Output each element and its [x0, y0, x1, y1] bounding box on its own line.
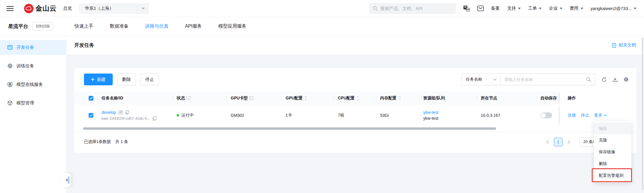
check-icon	[90, 97, 93, 99]
app-root: 金山云 总览 华东1（上海） EN 备案 支持 工单 企业 费用 yangkai	[0, 0, 644, 193]
stop-button[interactable]: 停止	[140, 74, 159, 85]
main-content: 开发任务 相关文档 新建 删除 停止 任务名称	[66, 36, 644, 193]
chevron-down-icon	[493, 79, 497, 81]
col-header-name: 任务名称/ID	[102, 91, 123, 105]
resource-queue: ykw-test	[423, 116, 438, 121]
menu-item-configure-alarm-rules[interactable]: 配置告警规则	[594, 169, 631, 181]
chevron-up-icon	[604, 114, 607, 117]
filter-icon[interactable]	[187, 96, 190, 100]
logo-text: 金山云	[36, 4, 57, 13]
table-row: develop kaic-2443f23f-cd07-42dc-9... 运行中…	[74, 105, 636, 126]
col-header-status: 状态	[177, 91, 190, 105]
menu-item-clone[interactable]: 克隆	[594, 134, 631, 146]
subnav-tabs: 快速上手 数据准备 训推与仿真 API服务 模型应用服务	[75, 23, 247, 29]
filter-field-select[interactable]: 任务名称	[461, 74, 500, 85]
cell-mem-config: 53Gi	[380, 105, 389, 126]
cell-resource-group: ykw-test ykw-test	[423, 105, 438, 126]
tab-quick-start[interactable]: 快速上手	[75, 23, 93, 29]
delete-button[interactable]: 删除	[117, 74, 136, 85]
tab-model-app-service[interactable]: 模型应用服务	[218, 23, 247, 29]
sidebar-item-model-management[interactable]: 模型管理	[0, 96, 66, 110]
nav-enterprise[interactable]: 企业	[549, 6, 562, 11]
cloud-logo-icon	[24, 4, 33, 13]
language-translate-icon[interactable]: EN	[463, 6, 470, 11]
sort-icon[interactable]	[304, 96, 307, 100]
download-icon[interactable]	[613, 77, 618, 82]
sort-icon[interactable]	[357, 96, 359, 100]
copy-icon[interactable]	[125, 110, 129, 114]
prev-page-button[interactable]	[544, 138, 551, 146]
col-header-gpu-type: GPU卡型	[231, 91, 253, 105]
cell-status: 运行中	[177, 105, 194, 126]
sidebar-item-training-tasks[interactable]: 训练任务	[0, 59, 66, 73]
global-search-input[interactable]	[380, 6, 451, 11]
stop-action[interactable]: 停止	[581, 113, 589, 118]
user-account-menu[interactable]: yangkaiwen2@733...	[591, 6, 636, 11]
tab-api-service[interactable]: API服务	[185, 23, 202, 29]
page-title: 开发任务	[74, 42, 94, 49]
task-name-link[interactable]: develop	[102, 110, 116, 115]
autosave-toggle[interactable]	[540, 112, 552, 118]
copy-icon[interactable]	[153, 117, 156, 121]
document-icon	[612, 43, 616, 48]
nav-workorder[interactable]: 工单	[528, 6, 542, 11]
sidebar-item-dev-tasks[interactable]: 开发任务	[0, 40, 66, 55]
hamburger-menu-icon[interactable]	[6, 6, 14, 11]
caret-down-icon	[560, 8, 562, 9]
sidebar-item-label: 模型在线服务	[16, 82, 43, 87]
status-text: 运行中	[181, 113, 194, 118]
task-name-search	[500, 74, 595, 85]
sidebar-collapse-handle[interactable]	[61, 173, 71, 187]
message-icon[interactable]	[477, 6, 484, 11]
col-header-gpu-config: GPU配置	[286, 91, 307, 105]
horizontal-scrollbar[interactable]	[83, 127, 496, 130]
task-name-search-input[interactable]	[504, 77, 586, 82]
selected-count-text: 已选择1条数据	[84, 139, 111, 144]
edit-icon[interactable]	[119, 110, 123, 114]
sidebar-item-label: 开发任务	[16, 45, 34, 50]
training-task-icon	[7, 63, 13, 69]
model-cube-icon	[7, 100, 13, 106]
caret-down-icon	[581, 8, 583, 9]
create-button[interactable]: 新建	[84, 74, 113, 85]
page-number-1[interactable]: 1	[554, 138, 562, 146]
kingsoft-cloud-logo[interactable]: 金山云	[24, 4, 57, 13]
tab-train-infer[interactable]: 训推与仿真	[145, 23, 168, 29]
region-label: 华东1（上海）	[85, 6, 114, 11]
total-count-text: 共 1 条	[115, 139, 128, 144]
more-action[interactable]: 更多	[594, 113, 607, 118]
sidebar-item-label: 训练任务	[16, 63, 34, 69]
nav-beian[interactable]: 备案	[491, 6, 500, 11]
nav-billing[interactable]: 费用	[570, 6, 583, 11]
resource-group-link[interactable]: ykw-test	[423, 110, 438, 115]
row-checkbox[interactable]	[89, 113, 93, 118]
header-right-nav: EN 备案 支持 工单 企业 费用 yangkaiwen2@733...	[463, 6, 636, 11]
gear-icon[interactable]	[623, 77, 629, 82]
dev-task-icon	[7, 45, 13, 50]
global-search[interactable]	[369, 3, 456, 14]
next-page-button[interactable]	[565, 138, 572, 146]
online-service-icon	[7, 82, 13, 87]
search-icon	[373, 6, 378, 11]
sidebar-item-model-online-service[interactable]: 模型在线服务	[0, 77, 66, 92]
vertical-scrollbar[interactable]	[642, 38, 643, 190]
region-selector[interactable]: 华东1（上海）	[79, 3, 149, 14]
related-docs-link[interactable]: 相关文档	[612, 42, 636, 48]
sort-icon[interactable]	[398, 96, 401, 100]
menu-item-delete[interactable]: 删除	[594, 158, 631, 169]
menu-item-save-image[interactable]: 保存镜像	[594, 146, 631, 158]
sidebar-item-label: 模型管理	[16, 100, 34, 106]
switch-old-version-button[interactable]: 切到旧版	[32, 22, 53, 31]
connect-action[interactable]: 连接	[568, 113, 576, 118]
nav-support[interactable]: 支持	[507, 6, 521, 11]
col-header-autosave: 自动保存	[540, 91, 557, 105]
overview-link[interactable]: 总览	[63, 6, 72, 11]
tab-data-prep[interactable]: 数据准备	[110, 23, 129, 29]
caret-down-icon	[634, 8, 636, 9]
select-all-checkbox[interactable]	[89, 96, 93, 101]
search-icon[interactable]	[586, 77, 591, 82]
filter-icon[interactable]	[249, 96, 253, 100]
check-icon	[90, 114, 93, 117]
refresh-icon[interactable]	[602, 77, 607, 82]
cell-gpu-config: 1卡	[286, 105, 292, 126]
